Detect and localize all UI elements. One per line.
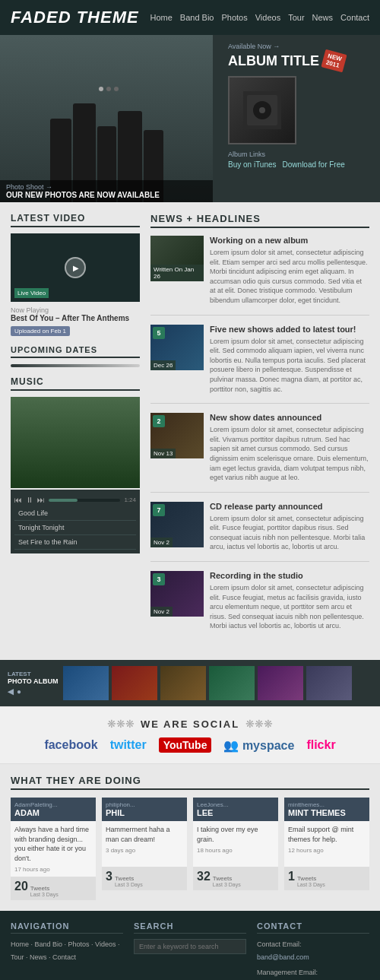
flickr-link[interactable]: flickr (306, 738, 335, 752)
twitter-card-2: LeeJones... LEE I taking over my eye gra… (193, 798, 278, 900)
social-header: ❋❋❋ WE ARE SOCIAL ❋❋❋ (11, 718, 369, 730)
strip-photo-5[interactable] (258, 666, 303, 700)
footer-contact-email[interactable]: band@band.com (257, 953, 309, 961)
twitter-handle-1: philiphon... (106, 801, 183, 808)
album-links: Album Links Buy on iTunes Download for F… (228, 151, 372, 169)
news-thumb-0[interactable]: Written On Jan 26 (150, 236, 204, 281)
hero-band-image (0, 35, 213, 202)
news-body-2: Lorem ipsum dolor sit amet, consectetur … (210, 425, 369, 483)
now-playing: Now Playing Best Of You – After The Anth… (11, 306, 140, 336)
twitter-footer-3: 1 Tweets Last 3 Days (284, 867, 369, 890)
social-deco-right: ❋❋❋ (245, 718, 273, 730)
news-number-3: 7 (153, 504, 165, 516)
twitter-header-2: LeeJones... LEE (193, 798, 278, 821)
tweet-count-2: 32 (197, 870, 211, 883)
twitter-handle-3: mintthemes... (288, 801, 366, 808)
strip-photo-2[interactable] (112, 666, 157, 700)
news-headline-3[interactable]: CD release party announced (210, 502, 369, 511)
news-headline-4[interactable]: Recording in the studio (210, 571, 369, 580)
music-track-1[interactable]: Tonight Tonight (14, 521, 136, 535)
twitter-body-0: Always have a hard time with branding de… (11, 821, 96, 877)
myspace-link[interactable]: 👥 myspace (223, 738, 294, 753)
news-thumb-3[interactable]: Nov 27 (150, 502, 204, 547)
nav-item-band-bio[interactable]: Band Bio (180, 13, 214, 22)
hero-bottom-bar: Photo Shoot → OUR NEW PHOTOS ARE NOW AVA… (0, 180, 213, 202)
twitter-header-1: philiphon... PHIL (102, 798, 187, 821)
news-headline-0[interactable]: Working on a new album (210, 236, 369, 245)
footer-search-input[interactable] (134, 939, 246, 954)
nav-item-tour[interactable]: Tour (288, 13, 304, 22)
track-list: Good LifeTonight TonightSet Fire to the … (14, 506, 136, 550)
tweet-text-2: I taking over my eye grain. (197, 825, 274, 844)
latest-video-title: LATEST VIDEO (11, 213, 140, 227)
buy-itunes-link[interactable]: Buy on iTunes (228, 160, 277, 169)
footer-nav-items: Home · Band Bio · Photos · Videos · Tour… (11, 938, 123, 963)
album-cover (228, 76, 296, 144)
news-thumb-2[interactable]: Nov 132 (150, 413, 204, 458)
tweet-count-0: 20 (14, 880, 28, 893)
twitter-name-2: LEE (197, 808, 274, 817)
nav-item-contact[interactable]: Contact (340, 13, 369, 22)
twitter-footer-0: 20 Tweets Last 3 Days (11, 877, 96, 900)
strip-next[interactable]: ● (17, 687, 21, 696)
news-item-2: Nov 132New show dates announcedLorem ips… (150, 413, 369, 493)
strip-prev[interactable]: ◀ (8, 687, 14, 696)
next-button[interactable]: ⏭ (37, 496, 45, 504)
prev-button[interactable]: ⏮ (14, 496, 22, 504)
main-content: LATEST VIDEO Live Video Now Playing Best… (0, 202, 380, 660)
strip-photo-6[interactable] (306, 666, 352, 700)
left-column: LATEST VIDEO Live Video Now Playing Best… (11, 213, 140, 649)
player-controls: ⏮ ⏸ ⏭ 1:24 (14, 493, 136, 506)
strip-photo-1[interactable] (63, 666, 109, 700)
footer-management-label: Management Email: band.management@band.c… (257, 966, 369, 980)
twitter-handle-2: LeeJones... (197, 801, 274, 808)
news-thumb-1[interactable]: Dec 265 (150, 325, 204, 370)
strip-photo-3[interactable] (160, 666, 206, 700)
latest-video-section: LATEST VIDEO Live Video Now Playing Best… (11, 213, 140, 336)
new-badge: NEW2011 (321, 49, 347, 73)
news-date-0: Written On Jan 26 (150, 265, 204, 281)
twitter-section: WHAT THEY ARE DOING AdamPaleting... ADAM… (0, 764, 380, 911)
nav-item-news[interactable]: News (312, 13, 334, 22)
footer: NAVIGATION Home · Band Bio · Photos · Vi… (0, 911, 380, 980)
tweet-label-2: Tweets (213, 875, 241, 882)
hero-dots[interactable] (99, 87, 119, 91)
strip-controls: ◀ ● (8, 687, 59, 696)
music-track-2[interactable]: Set Fire to the Rain (14, 535, 136, 550)
right-column: NEWS + HEADLINES Written On Jan 26Workin… (150, 213, 369, 649)
twitter-link[interactable]: twitter (110, 738, 147, 752)
download-free-link[interactable]: Download for Free (283, 160, 345, 169)
twitter-card-3: mintthemes... MINT THEMES Email support … (284, 798, 369, 900)
twitter-card-0: AdamPaleting... ADAM Always have a hard … (11, 798, 96, 900)
video-thumbnail[interactable]: Live Video (11, 233, 140, 302)
youtube-link[interactable]: YouTube (159, 737, 212, 753)
twitter-footer-2: 32 Tweets Last 3 Days (193, 867, 278, 890)
music-band-image (11, 397, 140, 488)
nav-item-home[interactable]: Home (150, 13, 172, 22)
news-headline-1[interactable]: Five new shows added to latest tour! (210, 325, 369, 334)
news-date-1: Dec 26 (150, 360, 176, 370)
news-body-1: Lorem ipsum dolor sit amet, consectetur … (210, 337, 369, 395)
latest-label: Latest (8, 671, 59, 677)
twitter-body-2: I taking over my eye grain. 18 hours ago (193, 821, 278, 867)
progress-bar[interactable] (49, 499, 120, 502)
footer-contact: CONTACT Contact Email: band@band.com Man… (257, 921, 369, 980)
strip-photo-4[interactable] (209, 666, 255, 700)
play-button[interactable] (65, 257, 86, 278)
footer-search-title: SEARCH (134, 921, 246, 934)
music-track-0[interactable]: Good Life (14, 506, 136, 521)
nav-item-videos[interactable]: Videos (255, 13, 280, 22)
news-thumb-4[interactable]: Nov 23 (150, 571, 204, 617)
album-title: ALBUM TITLE (228, 53, 319, 69)
news-headline-2[interactable]: New show dates announced (210, 413, 369, 422)
tweet-label-3: Tweets (297, 875, 325, 882)
time-display: 1:24 (124, 496, 136, 503)
nav-item-photos[interactable]: Photos (221, 13, 247, 22)
tweet-time-2: 18 hours ago (197, 847, 274, 854)
news-body-4: Lorem ipsum dolor sit amet, consectetur … (210, 583, 369, 631)
news-body-3: Lorem ipsum dolor sit amet, consectetur … (210, 514, 369, 552)
news-content-4: Recording in the studioLorem ipsum dolor… (210, 571, 369, 631)
play-pause-button[interactable]: ⏸ (26, 496, 33, 504)
facebook-link[interactable]: facebook (44, 738, 97, 752)
news-body-0: Lorem ipsum dolor sit amet, consectetur … (210, 248, 369, 306)
